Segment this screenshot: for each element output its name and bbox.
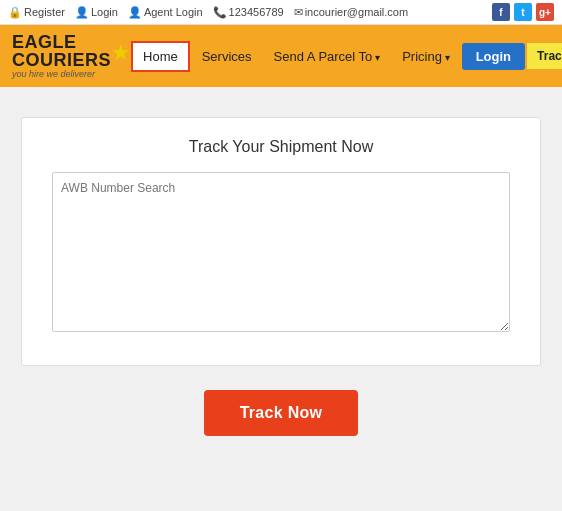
track-button-area: Track Now [20, 390, 542, 436]
awb-search-input[interactable] [52, 172, 510, 332]
logo: EAGLE COURIERS ★ you hire we deliverer [12, 33, 131, 79]
nav-home[interactable]: Home [131, 41, 190, 72]
user-icon: 👤 [75, 6, 89, 19]
main-content: Track Your Shipment Now Track Now [0, 87, 562, 477]
twitter-link[interactable]: t [514, 3, 532, 21]
login-link[interactable]: 👤 Login [75, 6, 118, 19]
facebook-link[interactable]: f [492, 3, 510, 21]
agent-login-link[interactable]: 👤 Agent Login [128, 6, 203, 19]
navigation: Home Services Send A Parcel To Pricing L… [131, 41, 562, 72]
top-bar: 🔒 Register 👤 Login 👤 Agent Login 📞 12345… [0, 0, 562, 25]
email-icon: ✉ [294, 6, 303, 19]
header: EAGLE COURIERS ★ you hire we deliverer H… [0, 25, 562, 87]
nav-pricing[interactable]: Pricing [392, 43, 460, 70]
register-link[interactable]: 🔒 Register [8, 6, 65, 19]
social-links: f t g+ [492, 3, 554, 21]
track-now-button[interactable]: Track Now [204, 390, 359, 436]
nav-send-parcel[interactable]: Send A Parcel To [264, 43, 391, 70]
agent-icon: 👤 [128, 6, 142, 19]
tracking-title: Track Your Shipment Now [52, 138, 510, 156]
googleplus-link[interactable]: g+ [536, 3, 554, 21]
logo-tagline: you hire we deliverer [12, 69, 95, 79]
email-info: ✉ incourier@gmail.com [294, 6, 408, 19]
nav-services[interactable]: Services [192, 43, 262, 70]
logo-star-icon: ★ [111, 40, 131, 66]
phone-info: 📞 123456789 [213, 6, 284, 19]
phone-icon: 📞 [213, 6, 227, 19]
logo-text: EAGLE COURIERS [12, 33, 111, 69]
lock-icon: 🔒 [8, 6, 22, 19]
track-awb-button[interactable]: TrackAWB NO [527, 43, 562, 69]
tracking-card: Track Your Shipment Now [21, 117, 541, 366]
login-button[interactable]: Login [462, 43, 525, 70]
top-bar-left: 🔒 Register 👤 Login 👤 Agent Login 📞 12345… [8, 6, 408, 19]
